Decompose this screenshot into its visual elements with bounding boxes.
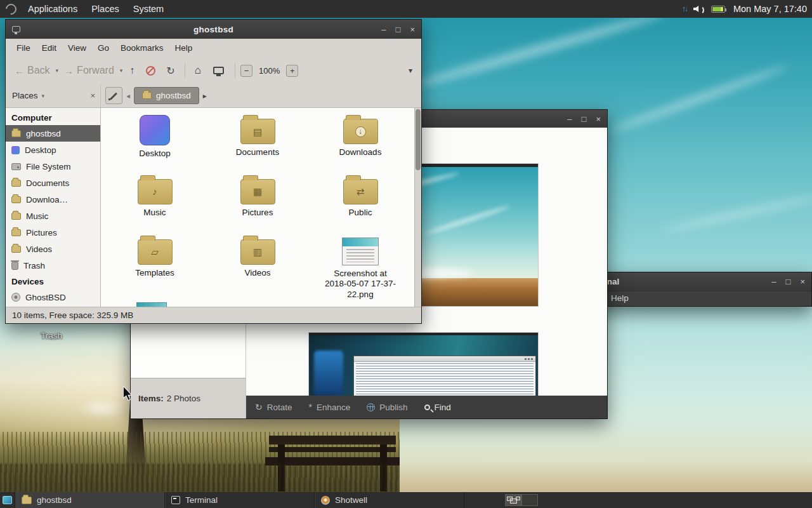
publish-globe-icon [367, 403, 375, 411]
file-documents[interactable]: ▤ Documents [206, 113, 309, 166]
caja-window[interactable]: ghostbsd – □ × File Edit View Go Bookmar… [5, 19, 422, 324]
scrollbar[interactable] [414, 108, 421, 307]
find-button[interactable]: Find [424, 403, 451, 412]
sidebar-item-pictures[interactable]: Pictures [6, 224, 100, 241]
show-desktop-button[interactable] [0, 492, 15, 508]
caja-location-row: Places ▾ × ◂ ghostbsd ▸ [6, 84, 421, 108]
sidebar-item-music[interactable]: Music [6, 208, 100, 224]
desktop-icon-trash[interactable]: Trash [41, 331, 62, 340]
caja-title: ghostbsd [6, 25, 421, 34]
sidebar-item-videos[interactable]: Videos [6, 241, 100, 257]
workspace-1[interactable] [505, 494, 521, 506]
close-sidebar-icon[interactable]: × [90, 91, 95, 100]
menu-help[interactable]: Help [169, 43, 199, 53]
menu-view[interactable]: View [62, 43, 92, 53]
back-history-caret-icon[interactable]: ▾ [56, 67, 59, 74]
back-button[interactable]: ← Back [11, 60, 54, 81]
forward-history-caret-icon[interactable]: ▾ [120, 67, 123, 74]
terminal-menu-help[interactable]: Help [611, 293, 629, 303]
computer-button[interactable] [213, 67, 224, 74]
taskbar-button-terminal[interactable]: Terminal [165, 492, 315, 508]
close-icon[interactable]: × [410, 25, 415, 34]
workspace-2[interactable] [521, 494, 538, 506]
sidebar-header-computer: Computer [6, 110, 100, 125]
menu-go[interactable]: Go [92, 43, 115, 53]
path-scroll-left-icon[interactable]: ◂ [126, 91, 130, 100]
close-icon[interactable]: × [596, 115, 601, 123]
file-partial-thumbnail[interactable] [136, 302, 167, 307]
view-selector-caret-icon[interactable]: ▾ [409, 66, 416, 75]
battery-icon[interactable] [711, 6, 725, 13]
file-desktop[interactable]: Desktop [103, 113, 206, 166]
network-icon[interactable]: ↑↓ [682, 4, 687, 13]
caja-titlebar[interactable]: ghostbsd – □ × [6, 20, 421, 39]
publish-button[interactable]: Publish [367, 403, 407, 412]
zoom-out-button[interactable]: − [240, 65, 252, 77]
clock[interactable]: Mon May 7, 17:40 [733, 4, 807, 14]
show-desktop-icon [3, 496, 12, 504]
rotate-button[interactable]: ↻ Rotate [255, 403, 292, 412]
enhance-button[interactable]: * Enhance [309, 403, 351, 412]
close-icon[interactable]: × [800, 277, 805, 286]
minimize-icon[interactable]: – [381, 25, 386, 34]
menu-edit[interactable]: Edit [36, 43, 62, 53]
taskbar-button-shotwell[interactable]: Shotwell [315, 492, 464, 508]
path-scroll-right-icon[interactable]: ▸ [203, 91, 207, 100]
desktop-folder-icon [140, 115, 170, 145]
wallpaper-cloud-streak [410, 8, 669, 91]
minimize-icon[interactable]: – [771, 277, 776, 286]
back-arrow-icon: ← [15, 66, 24, 76]
shotwell-toolbar: ↻ Rotate * Enhance Publish Find [246, 396, 607, 418]
sidebar-item-documents[interactable]: Documents [6, 175, 100, 191]
taskbar-button-ghostbsd[interactable]: ghostbsd [15, 492, 165, 508]
menu-system[interactable]: System [126, 4, 171, 14]
minimize-icon[interactable]: – [567, 115, 572, 123]
menu-bookmarks[interactable]: Bookmarks [115, 43, 169, 53]
folder-documents-icon: ▤ [240, 119, 275, 144]
breadcrumb-ghostbsd[interactable]: ghostbsd [134, 87, 199, 104]
menu-file[interactable]: File [11, 43, 36, 53]
sidebar-item-desktop[interactable]: Desktop [6, 142, 100, 158]
screenshot-image-icon [342, 237, 379, 265]
desktop: Trash Terminal – □ × Help – □ × It [0, 0, 812, 508]
maximize-icon[interactable]: □ [396, 25, 401, 34]
up-button[interactable]: ↑ [124, 65, 140, 76]
caja-file-area[interactable]: Desktop ▤ Documents ↓ Downloads ♪ Music [101, 108, 421, 307]
scrollbar-thumb[interactable] [416, 109, 421, 170]
refresh-button[interactable]: ↻ [162, 65, 179, 77]
wallpaper-blossoms [76, 399, 127, 418]
edit-location-button[interactable] [105, 87, 122, 104]
ghostbsd-logo-icon[interactable] [4, 1, 19, 17]
sidebar-item-filesystem[interactable]: File System [6, 158, 100, 175]
system-tray: ↑↓ Mon May 7, 17:40 [682, 4, 812, 14]
toolbar-separator [185, 63, 185, 78]
home-button[interactable]: ⌂ [190, 64, 206, 77]
toolbar-separator [235, 63, 235, 78]
sidebar-view-selector[interactable]: Places ▾ × [6, 84, 101, 107]
caja-menubar: File Edit View Go Bookmarks Help [6, 39, 421, 57]
maximize-icon[interactable]: □ [786, 277, 791, 286]
sidebar-item-ghostbsd[interactable]: ghostbsd [6, 125, 100, 142]
sidebar-item-ghostbsd-device[interactable]: GhostBSD [6, 289, 100, 305]
menu-applications[interactable]: Applications [21, 4, 84, 14]
file-templates[interactable]: ▱ Templates [103, 234, 206, 287]
folder-icon [11, 180, 21, 187]
shotwell-icon [321, 496, 330, 505]
stop-button[interactable] [146, 66, 155, 76]
volume-icon[interactable] [693, 4, 705, 13]
forward-arrow-icon: → [64, 66, 74, 76]
file-music[interactable]: ♪ Music [103, 173, 206, 227]
file-screenshot-png[interactable]: Screenshot at 2018-05-07 17-37-22.png [309, 234, 412, 307]
sidebar-item-downloads[interactable]: Downloa… [6, 191, 100, 208]
file-downloads[interactable]: ↓ Downloads [309, 113, 412, 166]
file-videos[interactable]: ▥ Videos [206, 234, 309, 287]
file-public[interactable]: ⇄ Public [309, 173, 412, 227]
maximize-icon[interactable]: □ [582, 115, 587, 123]
sidebar-item-tr ash[interactable]: Trash [6, 257, 100, 274]
zoom-in-button[interactable]: + [286, 65, 298, 77]
forward-button[interactable]: → Forward [60, 60, 118, 81]
menu-places[interactable]: Places [84, 4, 126, 14]
items-value: 2 Photos [167, 394, 200, 403]
folder-icon [11, 246, 21, 253]
file-pictures[interactable]: ▦ Pictures [206, 173, 309, 227]
